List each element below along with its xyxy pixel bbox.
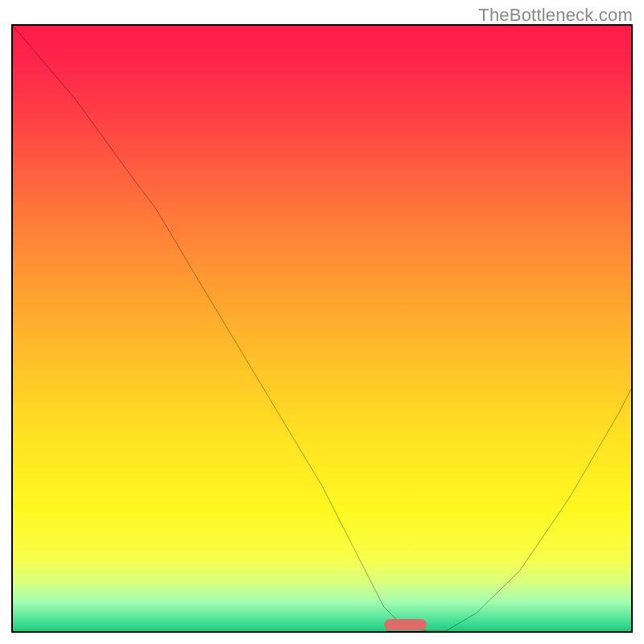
chart-frame bbox=[11, 24, 633, 633]
bottleneck-curve bbox=[13, 26, 631, 631]
watermark-text: TheBottleneck.com bbox=[478, 5, 633, 26]
optimal-marker bbox=[384, 619, 427, 630]
curve-path bbox=[13, 26, 631, 631]
